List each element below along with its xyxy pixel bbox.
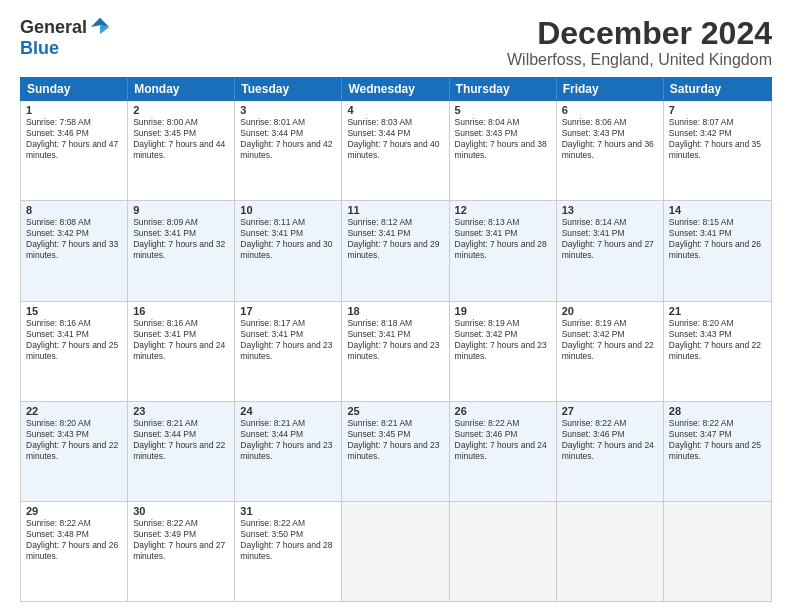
- day-cell-13: 13Sunrise: 8:14 AMSunset: 3:41 PMDayligh…: [557, 201, 664, 300]
- cell-info: Sunrise: 8:22 AMSunset: 3:46 PMDaylight:…: [562, 418, 658, 462]
- day-number: 12: [455, 204, 551, 216]
- cell-info: Sunrise: 8:12 AMSunset: 3:41 PMDaylight:…: [347, 217, 443, 261]
- day-cell-8: 8Sunrise: 8:08 AMSunset: 3:42 PMDaylight…: [21, 201, 128, 300]
- cell-info: Sunrise: 8:22 AMSunset: 3:50 PMDaylight:…: [240, 518, 336, 562]
- day-cell-4: 4Sunrise: 8:03 AMSunset: 3:44 PMDaylight…: [342, 101, 449, 200]
- cell-info: Sunrise: 8:21 AMSunset: 3:44 PMDaylight:…: [240, 418, 336, 462]
- cell-info: Sunrise: 7:58 AMSunset: 3:46 PMDaylight:…: [26, 117, 122, 161]
- day-number: 28: [669, 405, 766, 417]
- day-cell-30: 30Sunrise: 8:22 AMSunset: 3:49 PMDayligh…: [128, 502, 235, 601]
- day-cell-27: 27Sunrise: 8:22 AMSunset: 3:46 PMDayligh…: [557, 402, 664, 501]
- day-number: 5: [455, 104, 551, 116]
- header-tuesday: Tuesday: [235, 78, 342, 100]
- cell-info: Sunrise: 8:16 AMSunset: 3:41 PMDaylight:…: [133, 318, 229, 362]
- day-cell-24: 24Sunrise: 8:21 AMSunset: 3:44 PMDayligh…: [235, 402, 342, 501]
- week-row-2: 8Sunrise: 8:08 AMSunset: 3:42 PMDaylight…: [21, 201, 771, 301]
- day-number: 11: [347, 204, 443, 216]
- day-number: 13: [562, 204, 658, 216]
- day-cell-17: 17Sunrise: 8:17 AMSunset: 3:41 PMDayligh…: [235, 302, 342, 401]
- cell-info: Sunrise: 8:15 AMSunset: 3:41 PMDaylight:…: [669, 217, 766, 261]
- day-cell-14: 14Sunrise: 8:15 AMSunset: 3:41 PMDayligh…: [664, 201, 771, 300]
- empty-cell: [557, 502, 664, 601]
- cell-info: Sunrise: 8:11 AMSunset: 3:41 PMDaylight:…: [240, 217, 336, 261]
- day-cell-23: 23Sunrise: 8:21 AMSunset: 3:44 PMDayligh…: [128, 402, 235, 501]
- day-cell-15: 15Sunrise: 8:16 AMSunset: 3:41 PMDayligh…: [21, 302, 128, 401]
- day-number: 30: [133, 505, 229, 517]
- day-number: 22: [26, 405, 122, 417]
- week-row-3: 15Sunrise: 8:16 AMSunset: 3:41 PMDayligh…: [21, 302, 771, 402]
- cell-info: Sunrise: 8:19 AMSunset: 3:42 PMDaylight:…: [455, 318, 551, 362]
- cell-info: Sunrise: 8:00 AMSunset: 3:45 PMDaylight:…: [133, 117, 229, 161]
- cell-info: Sunrise: 8:03 AMSunset: 3:44 PMDaylight:…: [347, 117, 443, 161]
- day-number: 7: [669, 104, 766, 116]
- day-number: 21: [669, 305, 766, 317]
- day-number: 25: [347, 405, 443, 417]
- location: Wilberfoss, England, United Kingdom: [507, 51, 772, 69]
- day-number: 2: [133, 104, 229, 116]
- day-cell-6: 6Sunrise: 8:06 AMSunset: 3:43 PMDaylight…: [557, 101, 664, 200]
- day-number: 1: [26, 104, 122, 116]
- day-number: 31: [240, 505, 336, 517]
- title-section: December 2024 Wilberfoss, England, Unite…: [507, 16, 772, 69]
- day-number: 17: [240, 305, 336, 317]
- cell-info: Sunrise: 8:18 AMSunset: 3:41 PMDaylight:…: [347, 318, 443, 362]
- logo-icon: [89, 16, 111, 38]
- day-cell-31: 31Sunrise: 8:22 AMSunset: 3:50 PMDayligh…: [235, 502, 342, 601]
- header: General Blue December 2024 Wilberfoss, E…: [20, 16, 772, 69]
- logo-blue: Blue: [20, 38, 59, 59]
- day-cell-20: 20Sunrise: 8:19 AMSunset: 3:42 PMDayligh…: [557, 302, 664, 401]
- day-cell-10: 10Sunrise: 8:11 AMSunset: 3:41 PMDayligh…: [235, 201, 342, 300]
- cell-info: Sunrise: 8:22 AMSunset: 3:46 PMDaylight:…: [455, 418, 551, 462]
- cell-info: Sunrise: 8:21 AMSunset: 3:44 PMDaylight:…: [133, 418, 229, 462]
- cell-info: Sunrise: 8:20 AMSunset: 3:43 PMDaylight:…: [669, 318, 766, 362]
- cell-info: Sunrise: 8:19 AMSunset: 3:42 PMDaylight:…: [562, 318, 658, 362]
- cell-info: Sunrise: 8:16 AMSunset: 3:41 PMDaylight:…: [26, 318, 122, 362]
- month-title: December 2024: [507, 16, 772, 51]
- day-number: 8: [26, 204, 122, 216]
- week-row-5: 29Sunrise: 8:22 AMSunset: 3:48 PMDayligh…: [21, 502, 771, 601]
- day-cell-11: 11Sunrise: 8:12 AMSunset: 3:41 PMDayligh…: [342, 201, 449, 300]
- cell-info: Sunrise: 8:17 AMSunset: 3:41 PMDaylight:…: [240, 318, 336, 362]
- day-number: 20: [562, 305, 658, 317]
- day-number: 15: [26, 305, 122, 317]
- day-cell-22: 22Sunrise: 8:20 AMSunset: 3:43 PMDayligh…: [21, 402, 128, 501]
- day-cell-18: 18Sunrise: 8:18 AMSunset: 3:41 PMDayligh…: [342, 302, 449, 401]
- cell-info: Sunrise: 8:22 AMSunset: 3:47 PMDaylight:…: [669, 418, 766, 462]
- cell-info: Sunrise: 8:08 AMSunset: 3:42 PMDaylight:…: [26, 217, 122, 261]
- day-cell-28: 28Sunrise: 8:22 AMSunset: 3:47 PMDayligh…: [664, 402, 771, 501]
- day-number: 29: [26, 505, 122, 517]
- day-number: 23: [133, 405, 229, 417]
- cell-info: Sunrise: 8:22 AMSunset: 3:48 PMDaylight:…: [26, 518, 122, 562]
- day-number: 19: [455, 305, 551, 317]
- day-number: 4: [347, 104, 443, 116]
- header-thursday: Thursday: [450, 78, 557, 100]
- day-cell-25: 25Sunrise: 8:21 AMSunset: 3:45 PMDayligh…: [342, 402, 449, 501]
- day-cell-3: 3Sunrise: 8:01 AMSunset: 3:44 PMDaylight…: [235, 101, 342, 200]
- cell-info: Sunrise: 8:13 AMSunset: 3:41 PMDaylight:…: [455, 217, 551, 261]
- cell-info: Sunrise: 8:14 AMSunset: 3:41 PMDaylight:…: [562, 217, 658, 261]
- header-monday: Monday: [128, 78, 235, 100]
- calendar-header: Sunday Monday Tuesday Wednesday Thursday…: [20, 77, 772, 101]
- day-number: 26: [455, 405, 551, 417]
- day-number: 18: [347, 305, 443, 317]
- day-cell-19: 19Sunrise: 8:19 AMSunset: 3:42 PMDayligh…: [450, 302, 557, 401]
- day-number: 24: [240, 405, 336, 417]
- cell-info: Sunrise: 8:04 AMSunset: 3:43 PMDaylight:…: [455, 117, 551, 161]
- logo: General Blue: [20, 16, 111, 59]
- day-number: 10: [240, 204, 336, 216]
- day-cell-9: 9Sunrise: 8:09 AMSunset: 3:41 PMDaylight…: [128, 201, 235, 300]
- day-cell-5: 5Sunrise: 8:04 AMSunset: 3:43 PMDaylight…: [450, 101, 557, 200]
- day-number: 27: [562, 405, 658, 417]
- empty-cell: [342, 502, 449, 601]
- day-cell-7: 7Sunrise: 8:07 AMSunset: 3:42 PMDaylight…: [664, 101, 771, 200]
- cell-info: Sunrise: 8:22 AMSunset: 3:49 PMDaylight:…: [133, 518, 229, 562]
- cell-info: Sunrise: 8:06 AMSunset: 3:43 PMDaylight:…: [562, 117, 658, 161]
- day-number: 16: [133, 305, 229, 317]
- logo-general: General: [20, 17, 87, 38]
- day-number: 3: [240, 104, 336, 116]
- day-number: 6: [562, 104, 658, 116]
- empty-cell: [664, 502, 771, 601]
- day-number: 14: [669, 204, 766, 216]
- day-cell-12: 12Sunrise: 8:13 AMSunset: 3:41 PMDayligh…: [450, 201, 557, 300]
- header-friday: Friday: [557, 78, 664, 100]
